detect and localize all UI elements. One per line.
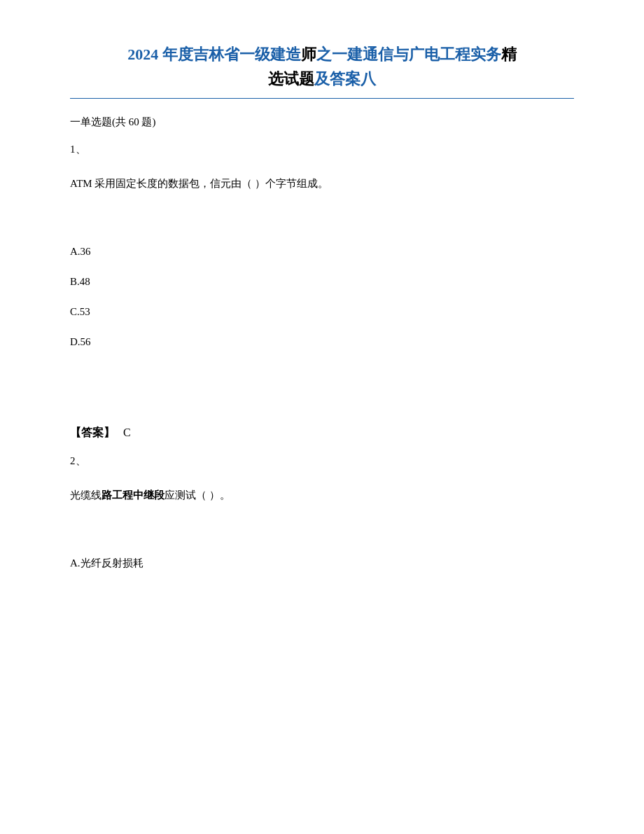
page-title: 2024 年度吉林省一级建造师之一建通信与广电工程实务精 选试题及答案八	[70, 42, 574, 91]
question-2-text: 光缆线路工程中继段应测试（ ）。	[70, 486, 574, 505]
title-part-blue1: 2024 年度吉林省一级建造	[127, 46, 301, 63]
title-part-black3: 选试题	[268, 70, 314, 88]
title-part-black2: 精	[501, 46, 517, 63]
question-1-option-c: C.53	[70, 303, 574, 321]
question-1-option-a: A.36	[70, 242, 574, 261]
question-2: 2、 光缆线路工程中继段应测试（ ）。 A.光纤反射损耗	[70, 454, 574, 573]
question-1-answer: 【答案】 C	[70, 426, 574, 440]
title-part-blue3: 及答案八	[314, 70, 376, 88]
title-part-blue2: 之一建通信与广电工程实务	[316, 46, 501, 63]
question-2-number: 2、	[70, 454, 574, 468]
answer-label: 【答案】	[70, 426, 115, 438]
question-1-number: 1、	[70, 143, 574, 156]
title-part-black1: 师	[301, 46, 316, 63]
question-1-option-d: D.56	[70, 333, 574, 352]
question-2-option-a: A.光纤反射损耗	[70, 554, 574, 573]
answer-value: C	[123, 426, 131, 438]
question-1-option-b: B.48	[70, 272, 574, 291]
section-header: 一单选题(共 60 题)	[70, 116, 574, 129]
title-divider	[70, 98, 574, 99]
question-1-text: ATM 采用固定长度的数据包，信元由（ ）个字节组成。	[70, 174, 574, 193]
question-1: 1、 ATM 采用固定长度的数据包，信元由（ ）个字节组成。 A.36 B.48…	[70, 143, 574, 352]
